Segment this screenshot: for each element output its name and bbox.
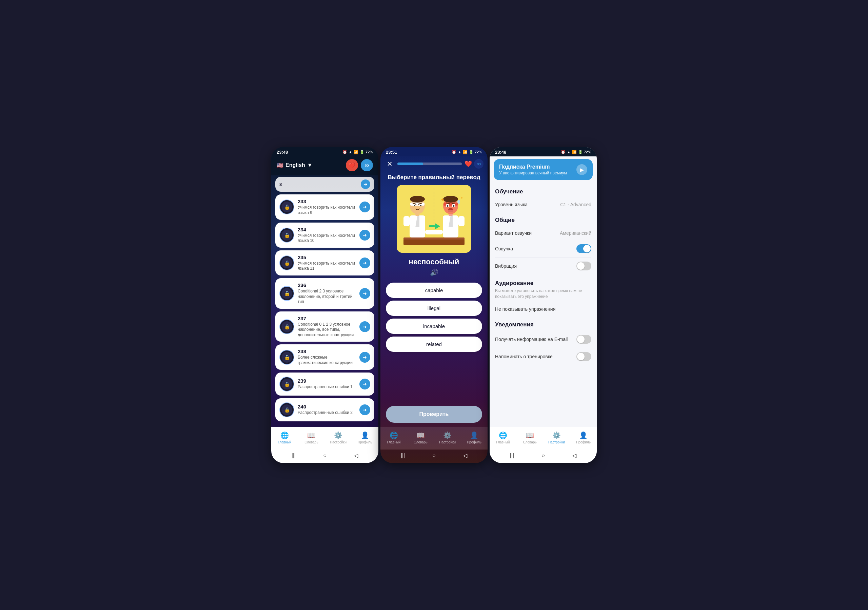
svg-rect-3 xyxy=(403,237,465,239)
home-planet-icon: 🌐 xyxy=(390,431,398,439)
svg-point-14 xyxy=(414,205,415,206)
nav-profile[interactable]: 👤 Профиль xyxy=(352,430,378,445)
language-selector[interactable]: 🇺🇸 English ▼ xyxy=(277,162,313,169)
quiz-hearts: ❤️ ∞ xyxy=(465,159,484,169)
lesson-avatar: 🔒 xyxy=(279,199,294,214)
nav-home-label: Главный xyxy=(387,440,401,444)
battery-icon: 🔋 72% xyxy=(360,150,373,154)
premium-arrow-btn[interactable]: ▶ xyxy=(577,164,587,175)
lesson-go-btn[interactable]: ➜ xyxy=(360,288,370,299)
settings-gear-icon: ⚙️ xyxy=(334,431,343,439)
lesson-item[interactable]: 🔒 234 Учимся говорить как носители языка… xyxy=(275,223,374,248)
sys-recent-btn[interactable]: ◁ xyxy=(571,452,578,459)
sys-home-btn[interactable]: ○ xyxy=(540,452,547,459)
settings-row-voice[interactable]: Озвучка xyxy=(495,240,591,258)
lesson-go-btn[interactable]: ➜ xyxy=(360,258,370,269)
quiz-close-btn[interactable]: ✕ xyxy=(384,160,395,168)
nav-dictionary[interactable]: 📖 Словарь xyxy=(298,430,325,445)
nav-home-3[interactable]: 🌐 Главный xyxy=(490,430,516,445)
answer-btn-2[interactable]: incapable xyxy=(386,318,482,334)
partial-arrow-btn[interactable]: ➜ xyxy=(361,180,370,189)
check-answer-btn[interactable]: Проверить xyxy=(386,406,482,423)
sys-recent-btn[interactable]: ◁ xyxy=(462,452,468,459)
vibration-label: Вибрация xyxy=(495,263,517,269)
lock-icon: 🔒 xyxy=(281,202,292,213)
settings-row-voice-variant[interactable]: Вариант озвучки Американский xyxy=(495,226,591,240)
lesson-number: 240 xyxy=(298,404,356,410)
sys-home-btn[interactable]: ○ xyxy=(321,452,328,459)
svg-rect-35 xyxy=(448,210,453,212)
nav-profile-2[interactable]: 👤 Профиль xyxy=(461,430,488,445)
settings-row-reminder[interactable]: Напоминать о тренировке xyxy=(495,348,591,365)
alarm-icon: ⏰ xyxy=(561,150,566,154)
signal-icon: ▲ xyxy=(458,150,462,154)
lesson-go-btn[interactable]: ➜ xyxy=(360,202,370,213)
bottom-nav-1: 🌐 Главный 📖 Словарь ⚙️ Настройки 👤 Профи… xyxy=(271,427,378,450)
level-label: Уровень языка xyxy=(495,202,528,207)
lesson-list-header: 🇺🇸 English ▼ ❤️ ∞ xyxy=(271,157,378,175)
reminder-toggle[interactable] xyxy=(577,352,591,361)
lesson-go-btn[interactable]: ➜ xyxy=(360,404,370,415)
quiz-header: ✕ ❤️ ∞ xyxy=(380,157,488,171)
system-nav-2: ||| ○ ◁ xyxy=(380,450,488,463)
lesson-item[interactable]: 🔒 236 Conditional 2 3 условное наклонени… xyxy=(275,278,374,309)
sys-recent-btn[interactable]: ◁ xyxy=(353,452,360,459)
answer-btn-3[interactable]: related xyxy=(386,337,482,352)
lesson-number: 233 xyxy=(298,199,356,204)
nav-home[interactable]: 🌐 Главный xyxy=(271,430,298,445)
nav-settings[interactable]: ⚙️ Настройки xyxy=(325,430,352,445)
lesson-item[interactable]: 🔒 237 Conditional 0 1 2 3 условное накло… xyxy=(275,312,374,342)
lesson-avatar: 🔒 xyxy=(279,377,294,391)
nav-dictionary-3[interactable]: 📖 Словарь xyxy=(516,430,543,445)
time-3: 23:48 xyxy=(495,150,506,155)
lesson-title: Распространенные ошибки 1 xyxy=(298,384,356,390)
email-toggle[interactable] xyxy=(577,335,591,344)
nav-profile-label: Профиль xyxy=(358,440,372,444)
vibration-toggle[interactable] xyxy=(577,262,591,270)
lesson-item[interactable]: 🔒 235 Учимся говорить как носители языка… xyxy=(275,250,374,275)
heart-badge: ❤️ xyxy=(346,159,358,171)
nav-dictionary-2[interactable]: 📖 Словарь xyxy=(407,430,434,445)
lesson-info: 237 Conditional 0 1 2 3 условное наклоне… xyxy=(298,315,356,338)
nav-profile-3[interactable]: 👤 Профиль xyxy=(570,430,597,445)
lesson-item[interactable]: 🔒 239 Распространенные ошибки 1 ➜ xyxy=(275,373,374,396)
speaker-icon[interactable]: 🔊 xyxy=(380,269,488,280)
lesson-go-btn[interactable]: ➜ xyxy=(360,230,370,241)
screen-quiz: 23:51 ⏰ ▲ 📶 🔋 72% ✕ ❤️ ∞ Выберите правил… xyxy=(380,147,488,463)
lesson-item[interactable]: 🔒 240 Распространенные ошибки 2 ➜ xyxy=(275,398,374,421)
settings-row-no-exercise[interactable]: Не показывать упражнения xyxy=(495,302,591,316)
status-bar-1: 23:48 ⏰ ▲ 📶 🔋 72% xyxy=(271,147,378,157)
settings-row-email[interactable]: Получать информацию на E-mail xyxy=(495,331,591,348)
settings-row-level[interactable]: Уровень языка C1 - Advanced xyxy=(495,198,591,211)
sys-back-btn[interactable]: ||| xyxy=(400,452,406,459)
settings-row-vibration[interactable]: Вибрация xyxy=(495,258,591,275)
answer-btn-1[interactable]: illegal xyxy=(386,301,482,316)
svg-rect-6 xyxy=(403,216,409,226)
lesson-go-btn[interactable]: ➜ xyxy=(360,379,370,390)
alarm-icon: ⏰ xyxy=(343,150,347,154)
status-bar-3: 23:48 ⏰ ▲ 📶 🔋 72% xyxy=(490,147,597,157)
nav-home-2[interactable]: 🌐 Главный xyxy=(380,430,407,445)
quiz-progress-fill xyxy=(397,163,423,165)
svg-point-10 xyxy=(410,196,425,203)
nav-settings-2[interactable]: ⚙️ Настройки xyxy=(434,430,461,445)
lesson-item[interactable]: 🔒 233 Учимся говорить как носители языка… xyxy=(275,194,374,219)
premium-banner[interactable]: Подписка Premium У вас активирован вечны… xyxy=(494,159,593,180)
sys-back-btn[interactable]: ||| xyxy=(290,452,297,459)
answer-btn-0[interactable]: capable xyxy=(386,282,482,298)
voice-toggle[interactable] xyxy=(577,244,591,253)
sys-back-btn[interactable]: ||| xyxy=(508,452,515,459)
settings-gear-icon: ⚙️ xyxy=(443,431,452,439)
nav-settings-3[interactable]: ⚙️ Настройки xyxy=(543,430,570,445)
lesson-go-btn[interactable]: ➜ xyxy=(360,321,370,332)
svg-rect-11 xyxy=(410,203,425,206)
lesson-avatar: 🔒 xyxy=(279,402,294,417)
lesson-go-btn[interactable]: ➜ xyxy=(360,352,370,363)
sys-home-btn[interactable]: ○ xyxy=(431,452,437,459)
infinity-icon: ∞ xyxy=(474,159,484,169)
svg-point-15 xyxy=(420,205,422,206)
premium-subtitle: У вас активирован вечный премиум xyxy=(499,171,567,175)
lesson-item[interactable]: 🔒 238 Более сложные грамматические конст… xyxy=(275,345,374,369)
svg-text:★: ★ xyxy=(441,197,445,202)
level-value: C1 - Advanced xyxy=(560,202,591,207)
